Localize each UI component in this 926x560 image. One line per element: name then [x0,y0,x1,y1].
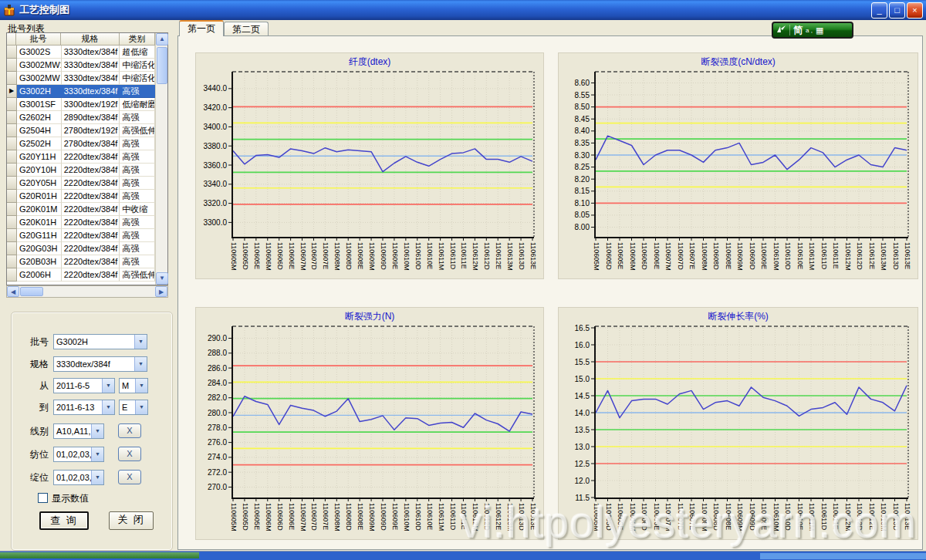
table-row[interactable]: G2502H2780dtex/384f高强 [7,137,155,150]
horizontal-scrollbar[interactable]: ◀ ▶ [6,285,168,298]
spindle-position-clear-button[interactable]: X [118,470,141,484]
table-cell[interactable]: 超低缩 [120,46,155,59]
table-row[interactable]: G20Y10H2220dtex/384f高强 [7,164,155,177]
table-cell[interactable]: G20Y11H [17,150,62,164]
table-cell[interactable]: 2220dtex/384f [62,177,120,190]
table-cell[interactable]: 高强 [120,190,155,203]
table-row[interactable]: G3001SF3300dtex/192f低缩耐磨 [7,98,155,111]
table-cell[interactable]: 中收缩 [120,203,155,216]
row-header-cell[interactable] [7,111,17,124]
row-header-cell[interactable] [7,255,17,268]
table-cell[interactable]: 3330dtex/384f [62,59,120,72]
table-row[interactable]: G20B03H2220dtex/384f高强 [7,255,155,268]
spinning-position-clear-button[interactable]: X [118,447,141,461]
table-row[interactable]: G20G11H2220dtex/384f高强 [7,229,155,242]
table-row[interactable]: G20K01M2220dtex/384f中收缩 [7,203,155,216]
row-header-cell[interactable] [7,124,17,137]
dropdown-arrow-icon[interactable]: ▼ [102,400,114,414]
table-cell[interactable]: G3002MW [17,72,62,85]
table-cell[interactable]: 中缩活化 [120,72,155,85]
table-row[interactable]: G2006H2220dtex/384f高强低伸 [7,268,155,282]
table-cell[interactable]: 2890dtex/384f [62,111,120,124]
restore-button[interactable]: □ [889,2,905,19]
spindle-position-select[interactable]: 01,02,03,▼ [53,470,104,485]
table-cell[interactable]: 高强 [120,229,155,242]
dropdown-arrow-icon[interactable]: ▼ [102,379,114,393]
to-date-shift-select[interactable]: E▼ [119,400,148,415]
dropdown-arrow-icon[interactable]: ▼ [91,471,103,484]
dropdown-arrow-icon[interactable]: ▼ [135,379,147,393]
table-row[interactable]: G2504H2780dtex/192f高强低伸 [7,124,155,137]
row-header-cell[interactable] [7,98,17,111]
column-header-0[interactable]: 批号 [16,33,61,46]
table-cell[interactable]: 2220dtex/384f [62,268,120,282]
table-cell[interactable]: 高强 [120,111,155,124]
row-header-cell[interactable] [7,229,17,242]
line-clear-button[interactable]: X [118,423,141,438]
row-header-cell[interactable] [7,137,17,150]
row-header-cell[interactable] [7,190,17,203]
table-row[interactable]: G20Y11H2220dtex/384f高强 [7,150,155,164]
table-row[interactable]: G20G03H2220dtex/384f高强 [7,242,155,255]
column-header-2[interactable]: 类别 [120,33,155,46]
table-cell[interactable]: 2220dtex/384f [62,150,120,164]
minimize-button[interactable]: _ [871,2,887,19]
row-header-cell[interactable] [7,59,17,72]
dropdown-arrow-icon[interactable]: ▼ [134,335,147,349]
vertical-scrollbar[interactable]: ▲ ▼ [155,33,167,285]
line-select[interactable]: A10,A11,▼ [53,423,104,439]
from-date-shift-select[interactable]: M▼ [119,378,148,393]
table-row[interactable]: G20R01H2220dtex/384f高强 [7,190,155,203]
row-header-cell[interactable] [7,164,17,177]
row-header-cell[interactable] [7,150,17,164]
table-cell[interactable]: 高强 [120,242,155,255]
spinning-position-select[interactable]: 01,02,03,▼ [53,447,104,462]
scroll-up-icon[interactable]: ▲ [156,33,168,46]
table-row[interactable]: ▶G3002H3330dtex/384f高强 [7,85,155,98]
close-button[interactable]: × [907,2,923,19]
scroll-down-icon[interactable]: ▼ [156,272,168,285]
table-cell[interactable]: 高强 [120,85,155,98]
table-cell[interactable]: G3002S [17,46,62,59]
table-cell[interactable]: 中缩活化 [120,59,155,72]
row-header-cell[interactable] [7,46,17,59]
row-header-cell[interactable] [7,216,17,229]
table-cell[interactable]: 2220dtex/384f [62,190,120,203]
column-header-1[interactable]: 规格 [61,33,120,46]
table-row[interactable]: G3002MW3330dtex/384f中缩活化 [7,72,155,85]
tab-page-1[interactable]: 第一页 [179,20,224,36]
to-date-select[interactable]: 2011-6-13▼ [53,400,115,415]
table-cell[interactable]: 2220dtex/384f [62,164,120,177]
query-button[interactable]: 查 询 [39,511,89,530]
table-cell[interactable]: 高强低伸 [120,124,155,137]
table-cell[interactable]: G3002H [17,85,62,98]
table-cell[interactable]: 3330dtex/384f [62,46,120,59]
table-cell[interactable]: 高强 [120,137,155,150]
keyboard-icon[interactable]: ▦ [816,25,823,35]
row-header-cell[interactable] [7,72,17,85]
table-cell[interactable]: G20R01H [17,190,62,203]
table-row[interactable]: G3002MW13330dtex/384f中缩活化 [7,59,155,72]
table-cell[interactable]: G2502H [17,137,62,150]
table-cell[interactable]: 高强 [120,150,155,164]
ime-toolbar[interactable]: 简 a , ▦ [772,22,853,39]
close-form-button[interactable]: 关 闭 [109,511,154,530]
table-cell[interactable]: G20G11H [17,229,62,242]
scroll-left-icon[interactable]: ◀ [7,286,19,297]
vertical-scroll-thumb[interactable] [157,47,167,84]
table-cell[interactable]: G20G03H [17,242,62,255]
selected-row-marker-icon[interactable]: ▶ [7,85,17,98]
table-row[interactable]: G3002S3330dtex/384f超低缩 [7,46,155,59]
horizontal-scroll-thumb[interactable] [20,287,43,296]
dropdown-arrow-icon[interactable]: ▼ [134,357,147,371]
table-row[interactable]: G20Y05H2220dtex/384f高强 [7,177,155,190]
table-cell[interactable]: 3330dtex/384f [62,85,120,98]
row-header-cell[interactable] [7,268,17,282]
table-cell[interactable]: 低缩耐磨 [120,98,155,111]
dropdown-arrow-icon[interactable]: ▼ [91,447,103,461]
row-header-cell[interactable] [7,177,17,190]
table-cell[interactable]: 2220dtex/384f [62,242,120,255]
spec-select[interactable]: 3330dtex/384f▼ [53,356,147,372]
table-cell[interactable]: G20Y10H [17,164,62,177]
table-cell[interactable]: G2504H [17,124,62,137]
